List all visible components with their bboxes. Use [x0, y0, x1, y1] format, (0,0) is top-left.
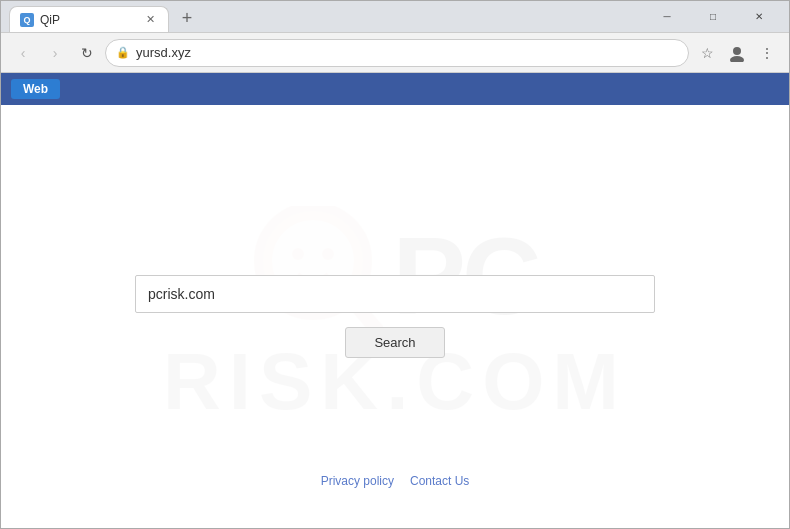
tab-area: Q QiP ✕ +: [9, 1, 645, 32]
web-button[interactable]: Web: [11, 79, 60, 99]
menu-button[interactable]: ⋮: [753, 39, 781, 67]
window-controls: ─ □ ✕: [645, 3, 781, 31]
contact-us-link[interactable]: Contact Us: [410, 474, 469, 488]
svg-point-4: [292, 248, 304, 260]
back-button[interactable]: ‹: [9, 39, 37, 67]
refresh-button[interactable]: ↻: [73, 39, 101, 67]
url-text: yursd.xyz: [136, 45, 678, 60]
bookmark-star-button[interactable]: ☆: [693, 39, 721, 67]
search-widget: Search: [135, 275, 655, 358]
minimize-button[interactable]: ─: [645, 3, 689, 31]
tab-favicon: Q: [20, 13, 34, 27]
tab-close-button[interactable]: ✕: [142, 12, 158, 28]
active-tab[interactable]: Q QiP ✕: [9, 6, 169, 32]
forward-button[interactable]: ›: [41, 39, 69, 67]
profile-button[interactable]: [723, 39, 751, 67]
page-footer: Privacy policy Contact Us: [1, 474, 789, 488]
svg-point-1: [730, 56, 744, 62]
svg-point-0: [733, 47, 741, 55]
new-tab-button[interactable]: +: [173, 4, 201, 32]
privacy-policy-link[interactable]: Privacy policy: [321, 474, 394, 488]
nav-bar: Web: [1, 73, 789, 105]
maximize-button[interactable]: □: [691, 3, 735, 31]
tab-title: QiP: [40, 13, 136, 27]
browser-window: Q QiP ✕ + ─ □ ✕ ‹ › ↻ 🔒 yursd.xyz ☆: [0, 0, 790, 529]
title-bar: Q QiP ✕ + ─ □ ✕: [1, 1, 789, 33]
address-right-icons: ☆ ⋮: [693, 39, 781, 67]
close-button[interactable]: ✕: [737, 3, 781, 31]
search-button[interactable]: Search: [345, 327, 444, 358]
url-bar[interactable]: 🔒 yursd.xyz: [105, 39, 689, 67]
page-content: PC RISK.COM Search Privacy policy Contac…: [1, 105, 789, 528]
lock-icon: 🔒: [116, 46, 130, 59]
search-input[interactable]: [135, 275, 655, 313]
svg-point-5: [322, 248, 334, 260]
address-bar: ‹ › ↻ 🔒 yursd.xyz ☆ ⋮: [1, 33, 789, 73]
